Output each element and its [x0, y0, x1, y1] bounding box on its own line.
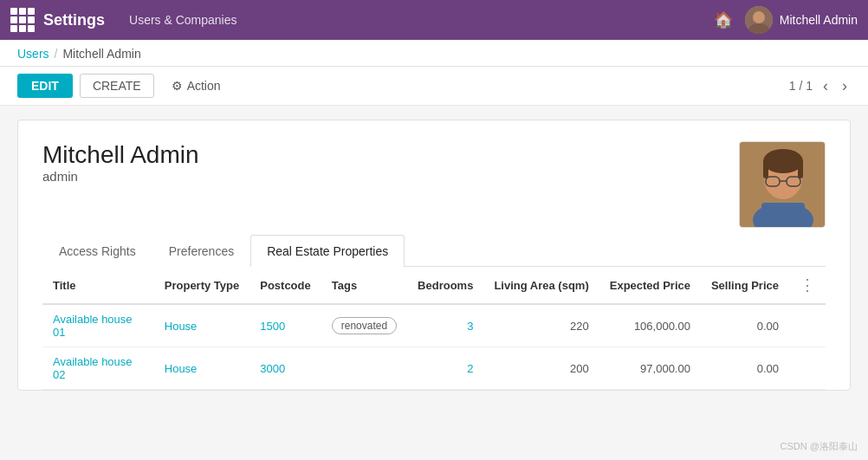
- cell-row-options: [789, 304, 826, 347]
- user-menu[interactable]: Mitchell Admin: [745, 6, 858, 34]
- breadcrumb-bar: Users / Mitchell Admin: [0, 40, 868, 67]
- table-row: Available house 01 House 1500 renovated …: [42, 304, 826, 347]
- breadcrumb-current: Mitchell Admin: [62, 47, 140, 61]
- cell-expected-price: 106,000.00: [599, 304, 701, 347]
- cell-selling-price: 0.00: [701, 347, 789, 390]
- col-title: Title: [42, 267, 154, 304]
- pagination: 1 / 1 ‹ ›: [789, 75, 851, 97]
- tab-access-rights[interactable]: Access Rights: [42, 235, 152, 267]
- cell-row-options: [789, 347, 826, 390]
- tabs: Access Rights Preferences Real Estate Pr…: [42, 235, 826, 267]
- prev-page-button[interactable]: ‹: [819, 75, 832, 97]
- property-type-link[interactable]: House: [165, 320, 198, 333]
- bedrooms-link[interactable]: 2: [467, 362, 473, 375]
- nav-menu-users-companies[interactable]: Users & Companies: [122, 10, 244, 30]
- bedrooms-link[interactable]: 3: [467, 320, 473, 333]
- property-type-link[interactable]: House: [165, 362, 198, 375]
- cell-tags: [321, 347, 407, 390]
- postcode-link[interactable]: 3000: [260, 362, 285, 375]
- col-selling-price: Selling Price: [701, 267, 789, 304]
- tag-badge: renovated: [332, 317, 397, 334]
- nav-menu: Users & Companies: [122, 10, 714, 30]
- cell-postcode: 3000: [249, 347, 321, 390]
- cell-bedrooms: 3: [407, 304, 483, 347]
- postcode-link[interactable]: 1500: [260, 320, 285, 333]
- nav-right-section: 🏠 Mitchell Admin: [714, 6, 858, 34]
- col-options: ⋮: [789, 267, 826, 304]
- grid-menu-icon[interactable]: [10, 8, 35, 32]
- record-login: admin: [42, 169, 199, 184]
- edit-button[interactable]: EDIT: [17, 74, 73, 98]
- col-expected-price: Expected Price: [599, 267, 701, 304]
- gear-icon: ⚙: [172, 79, 183, 93]
- cell-title: Available house 01: [42, 304, 154, 347]
- col-property-type: Property Type: [154, 267, 249, 304]
- action-button[interactable]: ⚙ Action: [161, 75, 231, 97]
- record-header: Mitchell Admin admin: [42, 141, 826, 228]
- main-content: Mitchell Admin admin: [0, 106, 868, 405]
- col-postcode: Postcode: [249, 267, 321, 304]
- record-card: Mitchell Admin admin: [17, 120, 851, 391]
- user-name: Mitchell Admin: [780, 13, 858, 27]
- svg-point-1: [753, 11, 765, 23]
- record-avatar: [739, 141, 826, 228]
- breadcrumb: Users / Mitchell Admin: [17, 47, 851, 66]
- cell-property-type: House: [154, 304, 249, 347]
- col-bedrooms: Bedrooms: [407, 267, 483, 304]
- tab-preferences[interactable]: Preferences: [152, 235, 250, 267]
- tab-real-estate-properties[interactable]: Real Estate Properties: [250, 235, 405, 267]
- cell-bedrooms: 2: [407, 347, 483, 390]
- svg-point-6: [763, 149, 803, 173]
- record-info: Mitchell Admin admin: [42, 141, 199, 201]
- app-title: Settings: [43, 11, 105, 29]
- create-button[interactable]: CREATE: [80, 74, 154, 98]
- col-tags: Tags: [321, 267, 407, 304]
- properties-table: Title Property Type Postcode Tags Bedroo…: [42, 267, 826, 390]
- home-icon[interactable]: 🏠: [714, 10, 733, 29]
- breadcrumb-parent[interactable]: Users: [17, 47, 49, 61]
- next-page-button[interactable]: ›: [839, 75, 851, 97]
- table-row: Available house 02 House 3000 2 200 97,0…: [42, 347, 826, 390]
- cell-selling-price: 0.00: [701, 304, 789, 347]
- breadcrumb-separator: /: [55, 47, 58, 61]
- cell-property-type: House: [154, 347, 249, 390]
- pagination-text: 1 / 1: [789, 79, 813, 93]
- action-bar: EDIT CREATE ⚙ Action 1 / 1 ‹ ›: [0, 67, 868, 106]
- cell-title: Available house 02: [42, 347, 154, 390]
- record-name: Mitchell Admin: [42, 141, 199, 169]
- svg-rect-7: [763, 161, 768, 178]
- cell-postcode: 1500: [249, 304, 321, 347]
- column-options-button[interactable]: ⋮: [800, 275, 815, 295]
- cell-expected-price: 97,000.00: [599, 347, 701, 390]
- cell-living-area: 200: [483, 347, 599, 390]
- title-link[interactable]: Available house 01: [53, 313, 133, 339]
- cell-tags: renovated: [321, 304, 407, 347]
- avatar: [745, 6, 773, 34]
- svg-rect-8: [798, 161, 803, 178]
- cell-living-area: 220: [483, 304, 599, 347]
- col-living-area: Living Area (sqm): [483, 267, 599, 304]
- top-navigation: Settings Users & Companies 🏠 Mitchell Ad…: [0, 0, 868, 40]
- svg-rect-13: [761, 203, 805, 228]
- title-link[interactable]: Available house 02: [53, 355, 133, 381]
